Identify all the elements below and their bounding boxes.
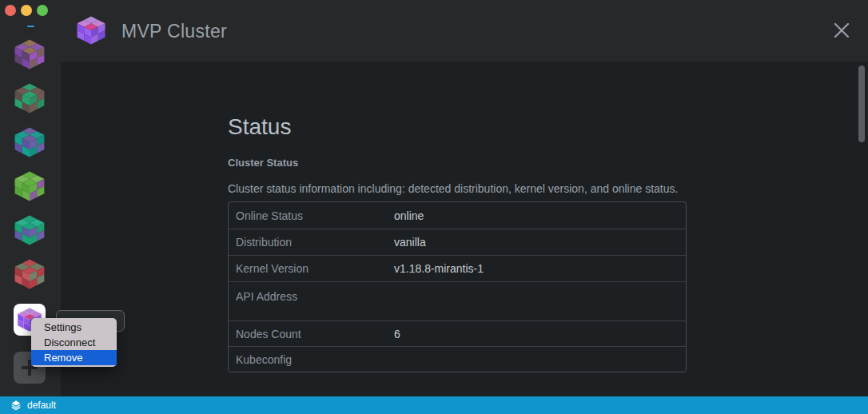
row-label: API Address xyxy=(229,290,394,303)
row-label: Nodes Count xyxy=(229,328,394,340)
row-value: vanilla xyxy=(394,236,426,249)
row-label: Online Status xyxy=(229,209,394,222)
row-value: 6 xyxy=(394,328,400,340)
status-bar: default xyxy=(0,396,868,414)
row-value: online xyxy=(394,209,424,222)
section-description: Cluster status information including: de… xyxy=(228,182,868,195)
row-label: Kernel Version xyxy=(229,262,394,275)
status-table: Online StatusonlineDistributionvanillaKe… xyxy=(228,201,687,372)
row-value: v1.18.8-mirantis-1 xyxy=(394,262,484,275)
table-row: Online Statusonline xyxy=(229,202,686,229)
row-label: Distribution xyxy=(229,236,394,249)
section-title: Cluster Status xyxy=(228,157,868,169)
scrollbar-thumb[interactable] xyxy=(858,66,865,142)
traffic-zoom-button[interactable] xyxy=(37,5,48,16)
cluster-context-menu: SettingsDisconnectRemove xyxy=(31,318,117,367)
table-row: Kernel Versionv1.18.8-mirantis-1 xyxy=(229,255,686,281)
table-row: Distributionvanilla xyxy=(229,229,686,255)
page-title: Status xyxy=(228,114,868,140)
sidebar-active-indicator xyxy=(27,26,34,27)
workspace-chip[interactable]: default xyxy=(10,400,56,411)
close-x-icon xyxy=(831,20,852,41)
sidebar-item-cluster-5[interactable] xyxy=(14,214,46,246)
sidebar-item-cluster-4[interactable] xyxy=(14,170,46,202)
table-row: API Address xyxy=(229,281,686,320)
window-title: MVP Cluster xyxy=(121,21,227,42)
sidebar-item-cluster-6[interactable] xyxy=(14,258,46,290)
menu-item-disconnect[interactable]: Disconnect xyxy=(31,335,117,350)
menu-item-settings[interactable]: Settings xyxy=(31,320,117,335)
traffic-close-button[interactable] xyxy=(5,5,16,16)
cluster-cube-icon xyxy=(76,15,106,46)
table-row: Nodes Count6 xyxy=(229,320,686,346)
app-window: MVP Cluster Status Cluster Status Cluste… xyxy=(0,0,868,414)
menu-item-remove[interactable]: Remove xyxy=(31,350,117,365)
table-row: Kubeconfig xyxy=(229,346,686,372)
cluster-settings-page: Status Cluster Status Cluster status inf… xyxy=(61,62,868,396)
workspace-label: default xyxy=(27,400,56,411)
sidebar-item-cluster-2[interactable] xyxy=(14,82,46,114)
window-controls xyxy=(5,5,48,16)
layers-icon xyxy=(10,400,22,411)
close-button[interactable] xyxy=(831,20,852,41)
row-label: Kubeconfig xyxy=(229,353,394,366)
traffic-minimize-button[interactable] xyxy=(21,5,32,16)
sidebar-item-cluster-3[interactable] xyxy=(14,126,46,158)
sidebar-item-cluster-1[interactable] xyxy=(14,38,46,70)
